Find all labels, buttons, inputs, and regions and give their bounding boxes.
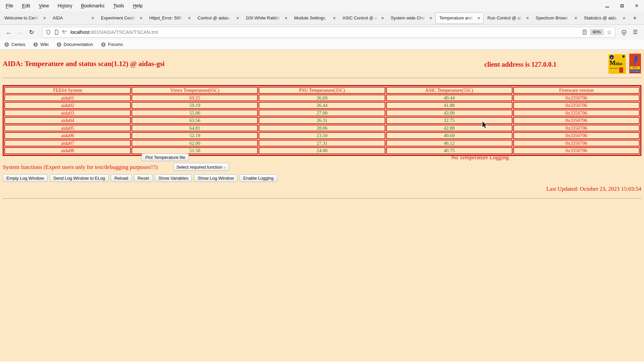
tab-close-icon[interactable]: × bbox=[477, 15, 480, 20]
page-content: AIDA: Temperature and status scan(1.12) … bbox=[0, 50, 644, 362]
tab-close-icon[interactable]: × bbox=[188, 15, 191, 20]
back-button[interactable]: ← bbox=[3, 25, 14, 40]
reader-mode-icon[interactable] bbox=[582, 29, 587, 35]
cell-virtex-temperature-65c: 59.19 bbox=[131, 102, 258, 109]
tab-close-icon[interactable]: × bbox=[381, 15, 384, 20]
menu-bookmarks[interactable]: Bookmarks bbox=[77, 1, 108, 10]
tab-close-icon[interactable]: × bbox=[623, 15, 626, 20]
tab-close-icon[interactable]: × bbox=[236, 15, 239, 20]
midas-tcl-mini-logo: ʃ bbox=[619, 67, 623, 73]
tab-system-wide-che[interactable]: System wide Che× bbox=[387, 11, 435, 25]
cell-psu-temperature-35c: 24.00 bbox=[259, 147, 385, 154]
window-controls: ✕ bbox=[604, 3, 639, 8]
close-button[interactable]: ✕ bbox=[634, 3, 639, 8]
tab-label: System wide Che bbox=[391, 15, 427, 20]
tab-label: GSI White Rabbit bbox=[246, 15, 282, 20]
table-row-aida04: aida0463.5626.3132.750x3350706 bbox=[4, 117, 640, 124]
bookmark-label: Forums bbox=[108, 42, 123, 47]
page-title: AIDA: Temperature and status scan(1.12) … bbox=[3, 60, 165, 68]
tab-spectrum-brows[interactable]: Spectrum Brows× bbox=[532, 11, 580, 25]
tab-experiment-contr[interactable]: Experiment Contr× bbox=[97, 11, 146, 25]
tab-close-icon[interactable]: × bbox=[140, 15, 143, 20]
tab-welcome-to-cent[interactable]: Welcome to Cent× bbox=[1, 11, 49, 25]
cell-virtex-temperature-65c: 62.00 bbox=[131, 140, 258, 147]
zoom-level-badge[interactable]: 90% bbox=[590, 29, 604, 36]
table-body: aida0169.2526.6940.440x3350706aida0259.1… bbox=[4, 95, 640, 154]
menu-view[interactable]: View bbox=[35, 1, 53, 10]
cell-asic-temperature-55c: 40.69 bbox=[386, 132, 513, 139]
function-select[interactable]: Select required function ⌄ bbox=[173, 163, 229, 171]
cell-fee64-system: aida01 bbox=[4, 95, 131, 102]
cell-fee64-system: aida07 bbox=[4, 140, 131, 147]
tab-label: Temperature and bbox=[439, 15, 475, 20]
midas-logo-text: Midas bbox=[609, 59, 623, 67]
connection-settings-icon[interactable] bbox=[62, 30, 67, 35]
tab-close-icon[interactable]: × bbox=[43, 15, 46, 20]
tab-statistics-aida[interactable]: Statistics @ aida× bbox=[580, 11, 629, 25]
table-row-aida02: aida0259.1926.4441.880x3350706 bbox=[4, 102, 640, 109]
url-bar[interactable]: localhost:8015/AIDA/TSCAN/TSCAN.tml 90% … bbox=[42, 27, 615, 38]
midas-powered-by: powered by bbox=[610, 67, 618, 69]
page-info-icon[interactable] bbox=[54, 29, 59, 35]
table-row-aida07: aida0762.0027.3146.120x3350706 bbox=[4, 140, 640, 147]
tab-close-icon[interactable]: × bbox=[333, 15, 336, 20]
cell-fee64-system: aida04 bbox=[4, 117, 131, 124]
cell-asic-temperature-55c: 41.88 bbox=[386, 102, 513, 109]
menu-help[interactable]: Help bbox=[129, 1, 146, 10]
new-tab-button[interactable]: + bbox=[629, 15, 641, 21]
menu-tools[interactable]: Tools bbox=[109, 1, 128, 10]
tab-module-settings[interactable]: Module Settings× bbox=[290, 11, 339, 25]
cell-virtex-temperature-65c: 55.06 bbox=[131, 110, 258, 117]
divider-bottom bbox=[3, 198, 641, 199]
bookmark-documentation[interactable]: Documentation bbox=[57, 42, 93, 47]
cell-fee64-system: aida03 bbox=[4, 110, 131, 117]
reset-button[interactable]: Reset bbox=[134, 174, 153, 182]
minimize-button[interactable] bbox=[604, 3, 610, 8]
tab-close-icon[interactable]: × bbox=[284, 15, 287, 20]
menu-edit[interactable]: Edit bbox=[18, 1, 34, 10]
tab-label: Run Control @ ai bbox=[487, 15, 524, 20]
protections-shield-icon[interactable] bbox=[619, 25, 629, 40]
tab-close-icon[interactable]: × bbox=[574, 15, 577, 20]
bookmark-wiki[interactable]: Wiki bbox=[33, 42, 49, 47]
tab-asic-control-a[interactable]: ASIC Control @ a× bbox=[339, 11, 387, 25]
shield-permissions-icon[interactable] bbox=[46, 29, 51, 35]
divider-top bbox=[3, 78, 641, 78]
bookmark-star-icon[interactable]: ☆ bbox=[607, 29, 612, 36]
menu-file[interactable]: File bbox=[2, 1, 17, 10]
send-log-window-to-elog-button[interactable]: Send Log Window to ELog bbox=[50, 174, 109, 182]
log-buttons-row: Empty Log WindowSend Log Window to ELogR… bbox=[3, 174, 277, 182]
column-header-fee64-system: FEE64 System bbox=[4, 87, 131, 94]
url-text[interactable]: localhost:8015/AIDA/TSCAN/TSCAN.tml bbox=[70, 29, 579, 35]
tab-aida[interactable]: AIDA× bbox=[49, 11, 97, 25]
forward-button[interactable]: → bbox=[15, 25, 25, 40]
midas-logo-emblem: ▲ bbox=[609, 55, 614, 59]
tab-run-control-ai[interactable]: Run Control @ ai× bbox=[484, 11, 532, 25]
cell-firmware-version: 0x3350706 bbox=[513, 95, 640, 102]
tab-control-aidas[interactable]: Control @ aidas-× bbox=[194, 11, 242, 25]
cell-virtex-temperature-65c: 69.25 bbox=[131, 95, 258, 102]
maximize-button[interactable] bbox=[619, 3, 625, 8]
cell-virtex-temperature-65c: 51.50 bbox=[131, 147, 258, 154]
bookmark-centos[interactable]: Centos bbox=[4, 42, 25, 47]
show-log-window-button[interactable]: Show Log Window bbox=[194, 174, 237, 182]
reload-button[interactable]: ↻ bbox=[26, 25, 37, 40]
plot-temperature-button[interactable]: Plot Temperature file bbox=[142, 154, 189, 161]
cell-asic-temperature-55c: 40.44 bbox=[386, 95, 513, 102]
tab-label: Httpd_Error: 500 bbox=[149, 15, 186, 20]
tab-close-icon[interactable]: × bbox=[91, 15, 94, 20]
bookmarks-toolbar: CentosWikiDocumentationForums bbox=[0, 40, 644, 50]
bookmark-forums[interactable]: Forums bbox=[101, 42, 123, 47]
tab-gsi-white-rabbit[interactable]: GSI White Rabbit× bbox=[242, 11, 290, 25]
menu-history[interactable]: History bbox=[54, 1, 76, 10]
tab-close-icon[interactable]: × bbox=[429, 15, 432, 20]
enable-logging-button[interactable]: Enable Logging bbox=[239, 174, 277, 182]
reload-button[interactable]: Reload bbox=[111, 174, 132, 182]
tab-temperature-and[interactable]: Temperature and× bbox=[435, 12, 484, 24]
empty-log-window-button[interactable]: Empty Log Window bbox=[3, 174, 48, 182]
show-variables-button[interactable]: Show Variables bbox=[155, 174, 192, 182]
tab-httpd-error-500[interactable]: Httpd_Error: 500× bbox=[146, 11, 194, 25]
tab-close-icon[interactable]: × bbox=[526, 15, 529, 20]
app-menu-button[interactable]: ☰ bbox=[630, 25, 641, 40]
column-header-asic-temperature-55c: ASIC Temperature(55C) bbox=[386, 87, 513, 94]
